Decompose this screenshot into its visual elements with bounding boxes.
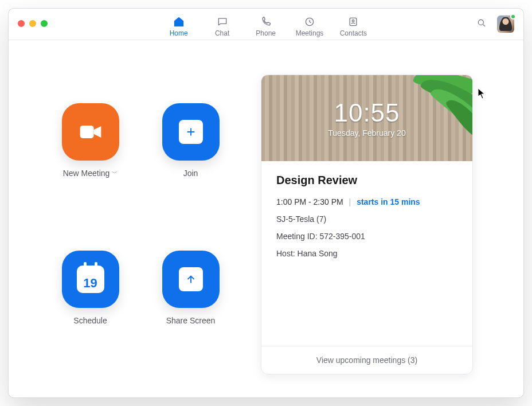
meeting-id-value: 572-395-001 bbox=[319, 232, 365, 241]
meeting-time-row: 1:00 PM - 2:30 PM | starts in 15 mins bbox=[276, 197, 457, 206]
meeting-host-row: Host: Hana Song bbox=[276, 249, 457, 258]
row-divider: | bbox=[349, 197, 351, 206]
new-meeting-label-row[interactable]: New Meeting ﹀ bbox=[63, 169, 118, 178]
svg-rect-4 bbox=[80, 126, 93, 138]
nav-label: Meetings bbox=[296, 29, 324, 37]
share-icon-bg bbox=[179, 267, 203, 291]
nav-label: Phone bbox=[256, 29, 276, 37]
window-close-button[interactable] bbox=[18, 20, 25, 27]
action-share-screen: Share Screen bbox=[143, 251, 238, 375]
nav-label: Chat bbox=[215, 29, 229, 37]
action-new-meeting: New Meeting ﹀ bbox=[43, 103, 138, 228]
nav-label: Home bbox=[170, 29, 188, 37]
action-label-text: Schedule bbox=[73, 316, 107, 325]
home-icon bbox=[173, 15, 185, 28]
action-label-text: New Meeting bbox=[63, 169, 110, 178]
upcoming-meeting-card: 10:55 Tuesday, February 20 Design Review… bbox=[261, 75, 473, 374]
meeting-host-value: Hana Song bbox=[298, 249, 338, 258]
top-bar: Home Chat Phone Meetings bbox=[9, 9, 523, 40]
svg-point-2 bbox=[353, 20, 355, 22]
schedule-button[interactable]: 19 bbox=[62, 251, 119, 308]
presence-status-dot bbox=[510, 14, 516, 19]
window-minimize-button[interactable] bbox=[29, 20, 36, 27]
action-label-text: Join bbox=[183, 169, 198, 178]
action-grid: New Meeting ﹀ Join 19 Schedule bbox=[43, 75, 238, 374]
plus-icon bbox=[185, 126, 197, 138]
app-window: Home Chat Phone Meetings bbox=[8, 8, 524, 398]
calendar-icon: 19 bbox=[77, 266, 104, 293]
share-screen-button[interactable] bbox=[162, 251, 220, 308]
current-time: 10:55 bbox=[334, 99, 400, 127]
top-bar-right bbox=[476, 9, 514, 40]
join-icon-bg bbox=[179, 120, 203, 144]
meeting-starts-in: starts in 15 mins bbox=[357, 197, 420, 206]
search-button[interactable] bbox=[476, 18, 487, 30]
nav-label: Contacts bbox=[340, 29, 367, 37]
clock-hero: 10:55 Tuesday, February 20 bbox=[261, 75, 472, 161]
action-schedule: 19 Schedule bbox=[43, 251, 138, 375]
new-meeting-button[interactable] bbox=[62, 103, 119, 161]
meeting-host-label: Host: bbox=[276, 249, 298, 258]
nav-tab-phone[interactable]: Phone bbox=[252, 15, 280, 37]
current-date: Tuesday, February 20 bbox=[328, 128, 405, 138]
main-content: New Meeting ﹀ Join 19 Schedule bbox=[9, 40, 523, 397]
nav-tab-meetings[interactable]: Meetings bbox=[296, 15, 324, 37]
clock-icon bbox=[303, 15, 316, 28]
view-upcoming-meetings-link[interactable]: View upcoming meetings (3) bbox=[261, 346, 472, 374]
profile-avatar[interactable] bbox=[497, 15, 514, 33]
meeting-title: Design Review bbox=[276, 174, 457, 187]
action-label-text: Share Screen bbox=[166, 316, 216, 325]
phone-icon bbox=[260, 15, 272, 28]
nav-tab-contacts[interactable]: Contacts bbox=[339, 15, 367, 37]
window-controls bbox=[18, 20, 48, 27]
chat-icon bbox=[216, 15, 229, 28]
meeting-time-range: 1:00 PM - 2:30 PM bbox=[276, 197, 343, 206]
calendar-day-number: 19 bbox=[77, 266, 104, 293]
contacts-icon bbox=[347, 15, 359, 28]
search-icon bbox=[476, 18, 487, 28]
meeting-details: Design Review 1:00 PM - 2:30 PM | starts… bbox=[261, 161, 472, 346]
action-join: Join bbox=[143, 103, 238, 228]
nav-tab-home[interactable]: Home bbox=[165, 15, 193, 37]
nav-tab-chat[interactable]: Chat bbox=[209, 15, 236, 37]
meeting-id-label: Meeting ID: bbox=[276, 232, 319, 241]
video-camera-icon bbox=[78, 122, 103, 142]
join-button[interactable] bbox=[162, 103, 220, 161]
svg-point-3 bbox=[478, 19, 483, 25]
footer-label: View upcoming meetings (3) bbox=[316, 356, 417, 365]
main-nav: Home Chat Phone Meetings bbox=[165, 9, 367, 40]
meeting-room: SJ-5-Tesla (7) bbox=[276, 214, 457, 224]
chevron-down-icon: ﹀ bbox=[112, 169, 118, 177]
window-maximize-button[interactable] bbox=[41, 20, 48, 27]
arrow-up-icon bbox=[185, 273, 197, 286]
meeting-id-row: Meeting ID: 572-395-001 bbox=[276, 232, 457, 241]
